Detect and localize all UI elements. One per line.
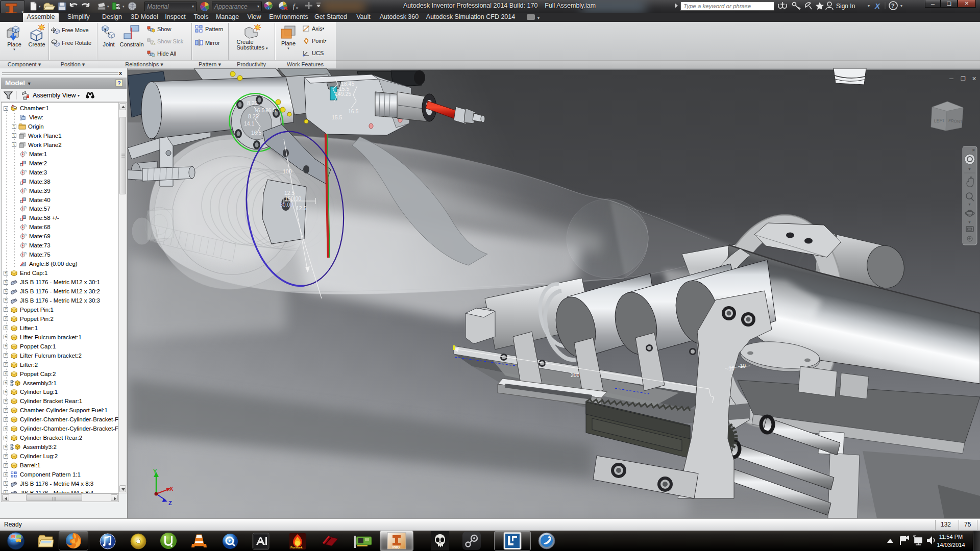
svg-text:8.25: 8.25 xyxy=(248,113,259,119)
svg-text:-10: -10 xyxy=(727,365,734,371)
svg-text:f: f xyxy=(293,3,296,10)
svg-text:X: X xyxy=(874,2,880,10)
svg-text:X: X xyxy=(169,486,174,492)
svg-text:12.5: 12.5 xyxy=(296,205,307,211)
svg-text:FurMark: FurMark xyxy=(290,546,303,549)
svg-text:▾: ▾ xyxy=(900,4,902,8)
svg-text:16.5: 16.5 xyxy=(251,130,262,136)
svg-text:❐: ❐ xyxy=(961,76,966,82)
svg-text:14.1: 14.1 xyxy=(244,120,255,127)
svg-text:─: ─ xyxy=(949,76,953,82)
svg-text:x: x xyxy=(296,6,299,10)
svg-text:96.5: 96.5 xyxy=(265,107,276,113)
svg-text:?: ? xyxy=(891,3,895,9)
svg-text:▼: ▼ xyxy=(968,220,971,224)
svg-text:▾: ▾ xyxy=(39,5,41,8)
svg-text:Z: Z xyxy=(168,500,172,506)
svg-text:100: 100 xyxy=(283,168,292,174)
svg-text:?: ? xyxy=(117,80,121,86)
svg-text:LEFT: LEFT xyxy=(934,118,945,123)
svg-text:Sign In: Sign In xyxy=(836,3,855,10)
svg-text:PRO: PRO xyxy=(393,545,400,549)
svg-text:149.25: 149.25 xyxy=(335,91,351,97)
svg-text:30.00: 30.00 xyxy=(280,202,293,208)
svg-text:200: 200 xyxy=(571,372,580,378)
svg-text:▼: ▼ xyxy=(968,167,971,171)
svg-text:16.5: 16.5 xyxy=(254,107,265,113)
svg-text:▾: ▾ xyxy=(122,5,125,8)
svg-text:✕: ✕ xyxy=(972,148,975,153)
svg-text:▾: ▾ xyxy=(78,93,80,98)
svg-text:✕: ✕ xyxy=(972,76,976,82)
svg-text:▾: ▾ xyxy=(107,5,109,8)
svg-text:Y: Y xyxy=(153,468,157,474)
svg-text:15.5: 15.5 xyxy=(332,114,342,120)
svg-text:▾: ▾ xyxy=(868,4,870,8)
svg-text:150.00: 150.00 xyxy=(285,195,301,202)
svg-text:Assembly View: Assembly View xyxy=(33,92,76,99)
svg-text:-10: -10 xyxy=(738,363,746,369)
svg-text:16.5: 16.5 xyxy=(348,108,359,114)
svg-text:8.25: 8.25 xyxy=(247,100,258,106)
svg-text:▼: ▼ xyxy=(968,203,971,206)
